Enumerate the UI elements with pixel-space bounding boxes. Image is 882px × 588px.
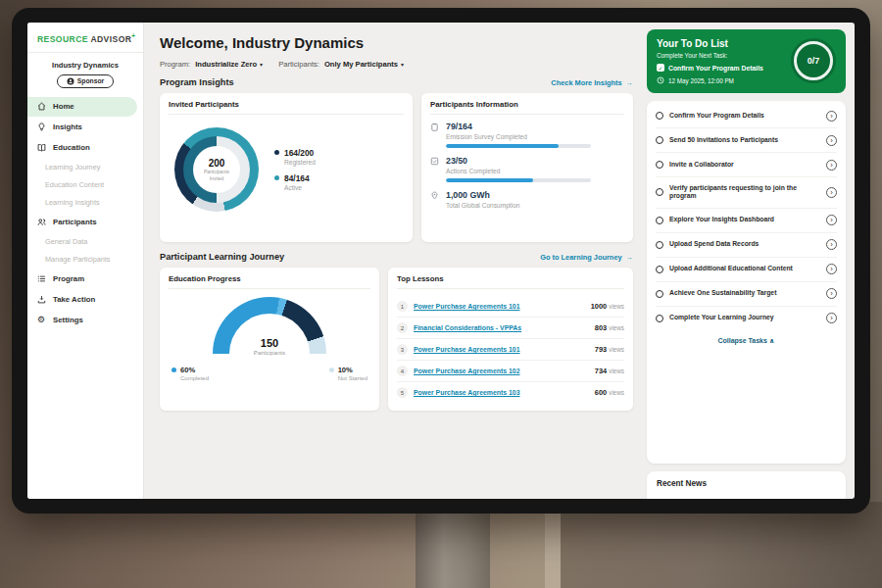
sidebar-item-program[interactable]: Program xyxy=(27,270,137,289)
chevron-right-icon[interactable]: › xyxy=(826,288,837,299)
chevron-right-icon[interactable]: › xyxy=(826,135,837,146)
checklist-icon xyxy=(430,157,439,182)
stat-label: Actions Completed xyxy=(446,168,591,174)
person-badge-icon xyxy=(67,77,74,85)
stat-label: Emission Survey Completed xyxy=(446,133,591,140)
chevron-right-icon[interactable]: › xyxy=(826,264,837,274)
people-icon xyxy=(37,218,47,226)
go-to-learning-journey-link[interactable]: Go to Learning Journey → xyxy=(540,253,633,262)
sidebar-item-label: Settings xyxy=(53,316,83,324)
program-filter-select[interactable]: Industrialize Zero ▾ xyxy=(195,60,263,69)
stat-row: 79/164 Emission Survey Completed xyxy=(430,122,624,148)
sidebar-item-learning-journey[interactable]: Learning Journey xyxy=(27,159,143,176)
chevron-right-icon[interactable]: › xyxy=(826,239,837,250)
radio-icon[interactable] xyxy=(656,112,663,120)
sidebar-item-label: Take Action xyxy=(53,295,95,304)
gauge-center-value: 150 xyxy=(213,337,326,349)
program-filter-value: Industrialize Zero xyxy=(195,60,257,69)
sidebar-item-label: Education xyxy=(53,143,90,152)
task-row-complete-learning-journey[interactable]: Complete Your Learning Journey › xyxy=(656,307,837,330)
lesson-link[interactable]: Financial Considerations - VPPAs xyxy=(414,324,589,331)
sidebar-item-learning-insights[interactable]: Learning Insights xyxy=(27,194,143,212)
sidebar-item-label: Insights xyxy=(53,122,82,131)
radio-icon[interactable] xyxy=(656,161,663,169)
stat-value: 79/164 xyxy=(446,122,591,131)
chevron-up-icon: ∧ xyxy=(769,337,775,344)
lesson-link[interactable]: Power Purchase Agreements 103 xyxy=(414,389,589,396)
list-icon xyxy=(37,274,47,283)
legend-value: 84/164 xyxy=(284,173,310,183)
participants-information-card: Participants Information 79/164 Emission… xyxy=(421,93,633,242)
donut-center: 200 Participants Invited xyxy=(193,146,240,193)
sidebar-item-insights[interactable]: Insights xyxy=(27,118,137,137)
lightbulb-icon xyxy=(37,122,47,131)
task-row-explore-insights[interactable]: Explore Your Insights Dashboard › xyxy=(656,209,837,233)
check-more-insights-link[interactable]: Check More Insights → xyxy=(551,78,633,87)
legend-value: 10% xyxy=(338,366,368,374)
collapse-tasks-label: Collapse Tasks xyxy=(717,337,766,344)
legend-item: 60% Completed xyxy=(172,366,209,381)
task-row-send-invitations[interactable]: Send 50 Invitations to Participants › xyxy=(656,128,837,153)
lesson-link[interactable]: Power Purchase Agreements 102 xyxy=(414,368,589,374)
education-progress-gauge-chart: 150 Participants xyxy=(213,297,326,354)
todo-title: Your To Do List xyxy=(657,38,763,49)
task-row-upload-educational-content[interactable]: Upload Additional Educational Content › xyxy=(656,258,837,282)
radio-icon[interactable] xyxy=(656,241,663,249)
chevron-right-icon[interactable]: › xyxy=(826,111,837,122)
sidebar-item-home[interactable]: Home xyxy=(27,97,137,117)
background-shade xyxy=(561,502,882,588)
collapse-tasks-link[interactable]: Collapse Tasks ∧ xyxy=(656,330,837,347)
education-progress-card: Education Progress 150 Participants 60% … xyxy=(160,268,379,411)
sidebar-item-general-data[interactable]: General Data xyxy=(27,233,143,251)
sidebar-item-education[interactable]: Education xyxy=(27,138,137,158)
learning-journey-header: Participant Learning Journey Go to Learn… xyxy=(160,252,633,262)
todo-progress-ring: 0/7 xyxy=(791,38,836,83)
task-row-confirm-program-details[interactable]: Confirm Your Program Details › xyxy=(656,104,837,128)
participants-filter-select[interactable]: Only My Participants ▾ xyxy=(324,60,404,69)
chevron-right-icon[interactable]: › xyxy=(826,313,837,323)
radio-icon[interactable] xyxy=(656,266,663,273)
card-title: Top Lessons xyxy=(397,274,624,289)
radio-icon[interactable] xyxy=(656,136,663,144)
chevron-right-icon[interactable]: › xyxy=(826,160,837,171)
task-label: Send 50 Invitations to Participants xyxy=(669,136,820,145)
task-label: Upload Spend Data Records xyxy=(669,240,820,249)
insights-cards-row: Invited Participants 200 Participants In… xyxy=(160,93,633,242)
progress-bar xyxy=(446,178,591,182)
link-label: Go to Learning Journey xyxy=(540,253,621,262)
radio-icon[interactable] xyxy=(656,290,663,298)
sidebar-item-participants[interactable]: Participants xyxy=(27,213,137,232)
chevron-right-icon[interactable]: › xyxy=(826,215,837,225)
chevron-right-icon[interactable]: › xyxy=(826,187,837,198)
task-row-achieve-sustainability-target[interactable]: Achieve One Sustainability Target › xyxy=(656,282,837,307)
todo-due: 12 May 2025, 12:00 PM xyxy=(657,76,763,84)
sidebar-item-education-content[interactable]: Education Content xyxy=(27,176,143,194)
radio-icon[interactable] xyxy=(656,188,663,196)
todo-next-task[interactable]: ✓ Confirm Your Program Details xyxy=(657,64,763,72)
donut-legend: 164/200 Registered 84/164 Active xyxy=(274,140,316,199)
checkbox-icon[interactable]: ✓ xyxy=(657,64,664,72)
arrow-right-icon: → xyxy=(626,253,633,262)
book-icon xyxy=(37,143,47,152)
task-row-invite-collaborator[interactable]: Invite a Collaborator › xyxy=(656,153,837,177)
task-row-upload-spend-data[interactable]: Upload Spend Data Records › xyxy=(656,233,837,258)
lesson-link[interactable]: Power Purchase Agreements 101 xyxy=(414,346,589,353)
sidebar-item-manage-participants[interactable]: Manage Participants xyxy=(27,251,143,269)
stat-row: 1,000 GWh Total Global Consumption xyxy=(430,190,624,213)
radio-icon[interactable] xyxy=(656,217,663,224)
program-filter-label: Program: xyxy=(160,60,190,69)
task-row-verify-participants[interactable]: Verify participants requesting to join t… xyxy=(656,177,837,209)
recent-news-title: Recent News xyxy=(657,479,707,488)
sidebar-item-settings[interactable]: ⚙ Settings xyxy=(27,311,137,330)
legend-value: 164/200 xyxy=(284,148,316,158)
org-name: Industry Dynamics xyxy=(27,53,143,72)
invited-participants-card: Invited Participants 200 Participants In… xyxy=(160,93,413,242)
sponsor-badge[interactable]: Sponsor xyxy=(57,74,115,88)
legend-label: Active xyxy=(284,184,310,191)
legend-item: 84/164 Active xyxy=(274,173,316,191)
radio-icon[interactable] xyxy=(656,315,663,322)
lesson-link[interactable]: Power Purchase Agreements 101 xyxy=(414,303,585,310)
legend-label: Not Started xyxy=(338,375,368,381)
recent-news-card: Recent News xyxy=(647,471,846,499)
sidebar-item-take-action[interactable]: Take Action xyxy=(27,290,137,310)
